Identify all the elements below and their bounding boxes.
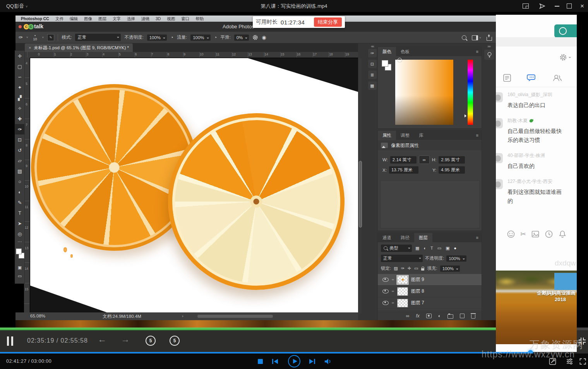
opacity-select[interactable]: 100% [147,34,167,41]
zoom-level[interactable]: 65.08% [30,314,45,318]
quick-select-tool[interactable]: ✦ [15,82,24,93]
panel-menu-icon[interactable]: ≡ [473,47,482,56]
y-field[interactable]: 4.95 厘米 [439,166,465,174]
mode-select[interactable]: 正常 [75,34,121,41]
menu-item[interactable]: 窗口 [181,16,189,22]
lasso-tool[interactable]: ∽ [15,72,24,82]
foreground-color-well[interactable] [382,60,388,67]
new-adjustment-icon[interactable]: ◐ [438,313,441,319]
hue-slider-arrow[interactable] [465,114,468,117]
saturation-brightness-field[interactable] [395,60,453,125]
eraser-tool[interactable]: ▱ [15,155,24,166]
brush-tool-icon[interactable]: ✑ [19,34,23,40]
brush-preview[interactable]: •10 [32,34,39,41]
share-image-icon[interactable] [487,37,492,41]
forward-5-button[interactable]: 5 [170,336,180,346]
filter-shape-layers-icon[interactable]: ▭ [437,246,441,251]
lock-move-icon[interactable]: ✛ [408,266,411,271]
tab-libraries[interactable]: 库 [414,131,428,140]
workspace-icon[interactable] [472,35,478,40]
canvas[interactable] [30,58,358,314]
layer-visibility-icon[interactable] [382,278,389,282]
delete-layer-icon[interactable] [471,313,475,319]
clone-stamp-tool[interactable]: ⊡ [15,134,24,145]
path-select-tool[interactable]: ➤ [15,218,24,229]
document-tab[interactable]: × 未标题-1.psd @ 65.1% (图层 9, RGB/8/CMYK) * [25,43,133,52]
pen-tool[interactable]: ✎ [15,197,24,208]
new-layer-icon[interactable] [460,314,465,318]
tab-notice[interactable] [502,73,512,83]
flow-select[interactable]: 100% [190,34,210,41]
height-field[interactable]: 2.95 英寸 [439,156,465,164]
rewind-5-button[interactable]: 5 [146,336,156,346]
filter-pixel-layers-icon[interactable]: ▦ [415,246,419,251]
menu-item[interactable]: 图像 [84,16,92,22]
lock-transparent-icon[interactable]: ▨ [394,266,398,271]
color-swatches[interactable] [15,248,24,263]
image-icon[interactable] [531,230,540,238]
panel-menu-icon[interactable]: ≡ [473,131,482,140]
menu-item[interactable]: 3D [156,16,161,22]
brush-settings-panel-icon[interactable]: ✑ [368,49,377,57]
brush-tool[interactable]: ✑ [15,124,24,134]
add-mask-icon[interactable] [426,314,432,318]
blur-tool[interactable]: ○ [15,176,24,187]
learn-panel-button[interactable] [484,50,494,60]
end-share-button[interactable]: 结束分享 [314,17,342,27]
cctalk-side-button[interactable] [554,24,577,38]
layer-visibility-icon[interactable] [382,301,389,305]
histogram-panel-icon[interactable]: ▦ [368,81,377,90]
close-button[interactable]: × [576,0,588,12]
filter-smart-objects-icon[interactable]: ▣ [446,246,449,251]
tab-members[interactable] [552,73,562,83]
filter-type-layers-icon[interactable]: T [430,246,433,250]
marquee-tool[interactable]: ▢ [15,61,24,72]
gradient-tool[interactable]: ▨ [15,166,24,176]
status-expand-icon[interactable]: › [182,314,183,318]
tab-channels[interactable]: 通道 [378,233,396,242]
menu-item[interactable]: 文件 [55,16,63,22]
v-scrollbar[interactable] [358,58,362,314]
menu-item[interactable]: 帮助 [195,16,204,22]
link-dimensions-icon[interactable]: ∞ [419,155,430,164]
lock-artboard-icon[interactable]: ▭ [414,266,418,271]
layer-name[interactable]: 图层 9 [411,276,424,283]
mini-mode-button[interactable] [520,0,531,12]
layer-filter-select[interactable]: 类型 [381,245,412,252]
info-panel-icon[interactable]: ≣ [368,71,377,79]
clone-source-panel-icon[interactable]: ⊡ [368,60,377,68]
screen-mode-icon[interactable]: ▭ [18,272,22,280]
seek-back-icon[interactable]: ← [98,334,106,345]
tab-adjustments[interactable]: 调整 [396,131,414,140]
hue-slider[interactable] [468,60,473,125]
quick-mask-icon[interactable]: ▣ [18,263,22,272]
tab-swatches[interactable]: 色板 [396,47,414,56]
emoji-icon[interactable] [507,230,515,238]
eyedropper-tool[interactable]: ✧ [15,103,24,114]
bell-icon[interactable] [558,230,567,238]
h-scrollbar-thumb[interactable] [197,315,273,318]
lock-all-icon[interactable] [421,268,424,271]
layer-row[interactable]: ∞图层 9 [378,274,482,286]
menu-item[interactable]: 选择 [127,16,135,22]
layer-name[interactable]: 图层 8 [411,288,424,295]
seek-forward-icon[interactable]: → [121,334,130,345]
panel-menu-icon[interactable]: ≡ [473,233,482,242]
next-button[interactable] [309,359,315,364]
volume-button[interactable] [324,359,332,364]
clock-icon[interactable] [545,230,553,238]
move-tool[interactable]: ✛ [15,51,24,61]
layer-thumbnail[interactable] [397,299,408,307]
collapse-right-icon[interactable]: »» [487,44,490,48]
scissors-icon[interactable]: ✂ [520,230,526,238]
brush-preset-icon[interactable]: ✎ [47,34,54,41]
tab-chat[interactable] [527,73,537,83]
tab-properties[interactable]: 属性 [378,131,396,140]
new-group-icon[interactable] [447,313,453,319]
layer-row[interactable]: ∞图层 7 [378,297,482,309]
smooth-select[interactable]: 0% [234,34,249,41]
play-button[interactable] [288,355,300,367]
zoom-tool[interactable]: ◎ [15,229,24,239]
filter-adjustment-layers-icon[interactable]: ◐ [423,246,426,250]
crop-tool[interactable]: ▞ [15,93,24,103]
